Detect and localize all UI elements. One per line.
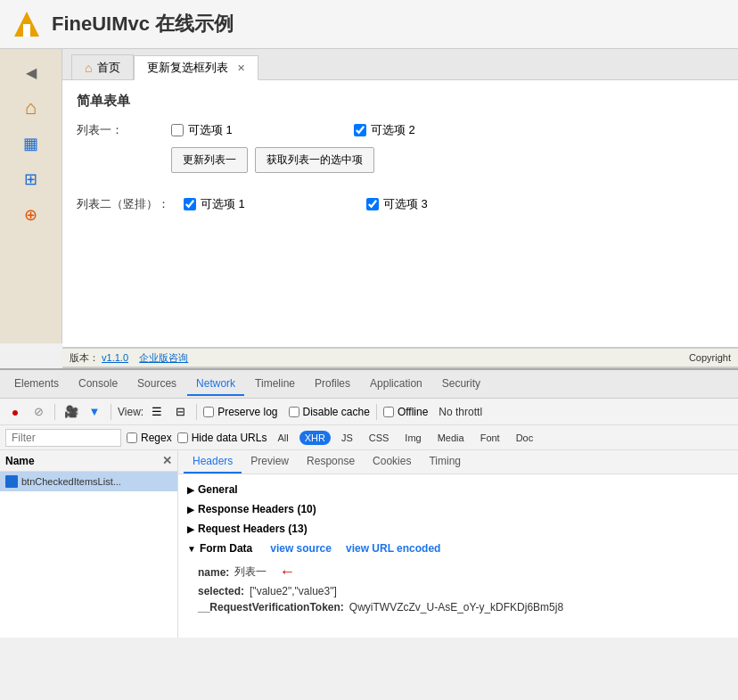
checkbox4-item[interactable]: 可选项 3 [366,196,428,212]
network-list: Name ✕ btnCheckedItemsList... [0,450,178,638]
disable-cache-checkbox-label[interactable]: Disable cache [289,406,370,418]
filter-btn[interactable]: ▼ [85,402,104,422]
offline-checkbox[interactable] [383,407,394,417]
filter-js[interactable]: JS [336,431,358,445]
network-item-icon [5,475,18,488]
tab-update-checkbox[interactable]: 更新复选框列表 ✕ [134,55,258,80]
view-source-link[interactable]: view source [270,542,332,555]
tab-console[interactable]: Console [70,373,127,396]
form-data-body: name: 列表一 ← selected: ["value2","value3"… [187,558,729,618]
tab-security[interactable]: Security [433,373,489,396]
detail-tab-cookies[interactable]: Cookies [364,450,420,474]
filter-css[interactable]: CSS [364,431,395,445]
checkbox2-item[interactable]: 可选项 2 [354,122,415,138]
detail-tab-response[interactable]: Response [298,450,364,474]
request-headers-arrow-icon: ▶ [187,524,194,534]
app-icon [11,8,43,40]
general-section-label: General [198,483,238,496]
tab-elements[interactable]: Elements [5,373,68,396]
form-data-val-name: 列表一 [234,564,266,580]
copyright-text: Copyright [689,352,731,363]
tab-application[interactable]: Application [361,373,431,396]
form-data-section-header[interactable]: ▼ Form Data view source view URL encoded [187,539,729,558]
disable-cache-checkbox[interactable] [289,407,299,417]
detail-tabs: Headers Preview Response Cookies Timing [178,450,738,474]
stop-btn[interactable]: ⊘ [29,402,48,422]
tab-network[interactable]: Network [187,373,244,396]
checkbox4-input[interactable] [366,198,379,210]
enterprise-link[interactable]: 企业版咨询 [139,352,188,363]
hide-data-urls-label[interactable]: Hide data URLs [177,432,267,444]
request-headers-section-header[interactable]: ▶ Request Headers (13) [187,519,729,539]
preserve-log-label: Preserve log [217,406,277,418]
checkbox3-item[interactable]: 可选项 1 [184,196,245,212]
form-data-key-token: __RequestVerificationToken: [198,601,344,614]
tab-update-label: 更新复选框列表 [147,60,228,76]
view-tree-btn[interactable]: ⊟ [170,402,190,422]
get-selected-btn[interactable]: 获取列表一的选中项 [255,147,374,173]
tab-profiles[interactable]: Profiles [306,373,359,396]
list1-row: 列表一： 可选项 1 可选项 2 [77,122,724,138]
form-data-val-selected: ["value2","value3"] [250,585,337,597]
record-btn[interactable]: ● [5,402,25,422]
sidebar-home-btn[interactable]: ⌂ [12,92,50,124]
footer-left: 版本： v1.1.0 企业版咨询 [70,351,188,365]
version-link[interactable]: v1.1.0 [102,352,128,363]
sidebar-globe-btn[interactable]: ⊕ [12,199,50,231]
filter-bar: Regex Hide data URLs All XHR JS CSS Img … [0,425,738,450]
camera-btn[interactable]: 🎥 [62,402,81,422]
filter-img[interactable]: Img [399,431,426,445]
filter-xhr[interactable]: XHR [299,431,331,445]
tab-timeline[interactable]: Timeline [246,373,304,396]
footer-bar: 版本： v1.1.0 企业版咨询 Copyright [62,348,738,367]
toolbar-sep2 [111,404,111,420]
sidebar: ◀ ⌂ ▦ ⊞ ⊕ [0,49,62,343]
checkbox2-input[interactable] [354,124,366,136]
preserve-log-checkbox-label[interactable]: Preserve log [203,406,277,418]
network-list-header: Name ✕ [0,450,177,472]
section-title: 简单表单 [77,93,724,110]
update-list-btn[interactable]: 更新列表一 [171,147,248,173]
checkbox2-label: 可选项 2 [371,122,415,138]
hide-data-urls-checkbox[interactable] [177,432,188,443]
view-url-encoded-link[interactable]: view URL encoded [346,542,440,555]
name-column-header: Name [5,455,35,467]
network-item[interactable]: btnCheckedItemsList... [0,472,177,491]
tab-close-icon[interactable]: ✕ [237,62,245,74]
tab-sources[interactable]: Sources [128,373,185,396]
home-tab-icon: ⌂ [85,61,92,75]
sidebar-table-btn[interactable]: ⊞ [12,163,50,195]
response-headers-section-header[interactable]: ▶ Response Headers (10) [187,499,729,519]
tab-home[interactable]: ⌂ 首页 [71,54,134,79]
tab-bar: ⌂ 首页 更新复选框列表 ✕ [0,49,738,80]
regex-checkbox[interactable] [127,432,137,443]
checkbox1-input[interactable] [171,124,184,136]
filter-input[interactable] [5,429,121,447]
close-detail-btn[interactable]: ✕ [162,454,172,467]
preserve-log-checkbox[interactable] [203,407,214,417]
tab-home-label: 首页 [97,60,120,76]
devtools-toolbar: ● ⊘ 🎥 ▼ View: ☰ ⊟ Preserve log Disable c… [0,399,738,425]
list1-label: 列表一： [77,122,157,138]
form-data-val-token: QwyiTWVZcZv_U-AsE_oY-y_kDFKDj6Bm5j8 [349,601,563,614]
filter-doc[interactable]: Doc [511,431,539,445]
detail-tab-headers[interactable]: Headers [184,450,242,474]
filter-font[interactable]: Font [475,431,505,445]
detail-tab-preview[interactable]: Preview [242,450,298,474]
checkbox3-input[interactable] [184,198,196,210]
form-data-row-selected: selected: ["value2","value3"] [198,583,718,599]
regex-label[interactable]: Regex [127,432,172,444]
detail-content: ▶ General ▶ Response Headers (10) ▶ Requ… [178,474,738,623]
sidebar-back-btn[interactable]: ◀ [12,56,50,88]
filter-all[interactable]: All [272,431,293,445]
detail-tab-timing[interactable]: Timing [420,450,470,474]
offline-checkbox-label[interactable]: Offline [383,406,428,418]
checkbox1-item[interactable]: 可选项 1 [171,122,233,138]
general-section-header[interactable]: ▶ General [187,480,729,499]
view-label: View: [118,406,144,418]
response-headers-label: Response Headers (10) [198,503,316,515]
detail-pane: Headers Preview Response Cookies Timing [178,450,738,638]
sidebar-card-btn[interactable]: ▦ [12,128,50,160]
filter-media[interactable]: Media [432,431,470,445]
view-list-btn[interactable]: ☰ [147,402,167,422]
